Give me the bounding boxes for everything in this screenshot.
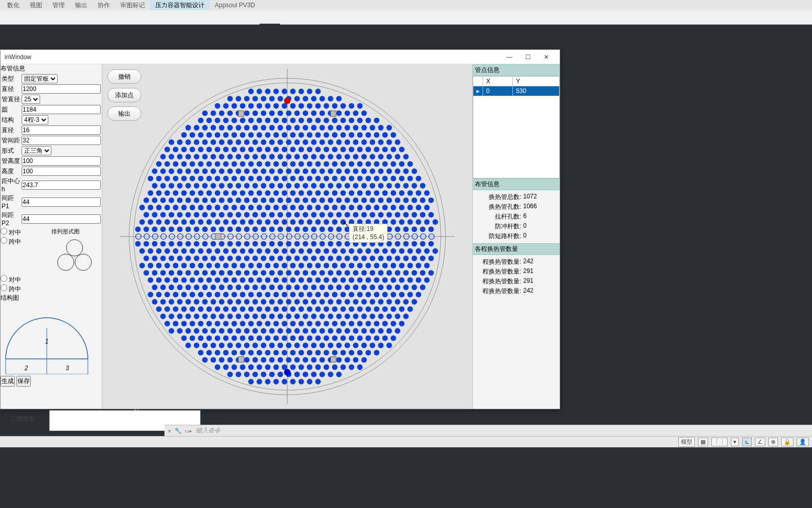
svg-point-322 [374, 176, 379, 182]
radio-a-2[interactable]: 跨中 [1, 238, 21, 245]
svg-point-425 [395, 197, 400, 203]
param-field-1[interactable] [22, 84, 101, 94]
svg-point-1095 [240, 365, 246, 370]
svg-point-895 [273, 306, 279, 312]
dialog-titlebar[interactable]: inWindow — ☐ ✕ [1, 50, 560, 64]
tubesheet-svg[interactable] [102, 64, 472, 409]
svg-point-991 [336, 328, 342, 334]
ribbon-tab[interactable]: 压力容器智能设计 [150, 0, 210, 11]
svg-point-385 [349, 190, 355, 196]
param-field-5[interactable] [22, 125, 101, 135]
generate-button[interactable]: 生成 [1, 376, 15, 387]
viewstyle-label[interactable]: 二维线框 [10, 414, 35, 423]
svg-point-540 [169, 226, 174, 232]
svg-point-813 [403, 284, 409, 290]
point-row-selected[interactable]: ▸ 0 530 [473, 86, 560, 96]
command-bar[interactable]: ✕ 🔧 ▭▸ 键入命令 [164, 425, 812, 436]
close-button[interactable]: ✕ [537, 50, 556, 64]
status-grid-icon[interactable]: ▦ [698, 438, 708, 446]
svg-point-196 [357, 147, 363, 152]
svg-point-14 [273, 88, 279, 94]
param-field-6[interactable] [22, 136, 101, 145]
svg-point-508 [206, 219, 212, 225]
ribbon-tab[interactable]: Appsoul PV3D [210, 1, 260, 10]
addpoint-button[interactable]: 添加点 [107, 88, 141, 102]
svg-point-269 [202, 169, 208, 174]
maximize-button[interactable]: ☐ [519, 50, 537, 64]
status-dots-icon[interactable]: ⋮⋮ [711, 438, 728, 446]
ribbon-tab[interactable]: 管理 [47, 0, 70, 11]
param-field-0[interactable]: 固定管板 [22, 74, 58, 83]
status-ortho-icon[interactable]: ⊾ [742, 438, 752, 446]
param-field-4[interactable]: 4程-3 [22, 115, 48, 124]
svg-point-367 [198, 190, 204, 196]
svg-point-825 [223, 292, 229, 297]
svg-point-349 [328, 183, 334, 189]
svg-point-1037 [286, 342, 291, 348]
svg-point-978 [227, 328, 233, 334]
svg-point-347 [311, 183, 317, 189]
status-snap-icon[interactable]: ⊕ [768, 438, 778, 446]
status-person-icon[interactable]: 👤 [797, 438, 809, 446]
param-field-7[interactable]: 正三角 [22, 146, 51, 155]
svg-point-689 [223, 263, 229, 268]
cmd-close-icon[interactable]: ✕ [168, 427, 171, 434]
status-lock-icon[interactable]: 🔒 [781, 438, 793, 446]
radio-b-1[interactable]: 对中 [1, 276, 21, 283]
svg-point-626 [290, 248, 296, 254]
svg-point-685 [190, 263, 195, 268]
svg-point-238 [206, 161, 212, 167]
status-model[interactable]: 模型 [678, 437, 695, 447]
col-x[interactable]: X [483, 77, 513, 86]
svg-rect-1174 [330, 357, 336, 362]
svg-point-160 [294, 139, 300, 145]
svg-point-697 [290, 263, 296, 268]
svg-point-303 [215, 176, 220, 182]
svg-point-372 [240, 190, 246, 196]
svg-point-693 [256, 263, 262, 268]
param-field-3[interactable] [22, 105, 101, 114]
ribbon-tab[interactable]: 审图标记 [115, 0, 150, 11]
undo-button[interactable]: 撤销 [107, 69, 141, 84]
svg-point-603 [395, 241, 400, 247]
svg-point-270 [211, 169, 216, 174]
svg-point-11 [248, 88, 254, 94]
svg-point-224 [344, 154, 350, 159]
param-field-12[interactable] [22, 214, 101, 224]
minimize-button[interactable]: — [500, 50, 519, 64]
cmd-wrench-icon[interactable]: 🔧 [174, 427, 182, 434]
param-panel[interactable]: 布管信息 类型固定管板直径管直径25圆结构4程-3直径管间距形式正三角管高度高度… [1, 64, 102, 409]
point-table[interactable]: X Y ▸ 0 530 [473, 76, 560, 96]
param-field-10[interactable] [22, 180, 101, 190]
param-field-11[interactable] [22, 197, 101, 207]
param-field-9[interactable] [22, 167, 101, 176]
svg-point-496 [403, 212, 409, 217]
status-angle-icon[interactable]: ∠ [755, 438, 765, 446]
model-space[interactable]: ✕ + inWindow — ☐ ✕ 布管信息 类型固定管板直径管直径25圆结构… [0, 25, 812, 508]
ribbon-tab[interactable]: 视图 [25, 0, 47, 11]
param-field-2[interactable]: 25 [22, 95, 40, 104]
tubesheet-canvas[interactable]: 撤销 添加点 输出 直径:19 (214 , 55.4) ↖ [102, 64, 472, 409]
svg-point-65 [311, 111, 317, 116]
svg-point-828 [248, 292, 254, 297]
save-button[interactable]: 保存 [16, 376, 31, 387]
ribbon-tab[interactable]: 数化 [2, 0, 25, 11]
param-field-8[interactable] [22, 156, 101, 166]
status-dropdown-icon[interactable]: ▾ [731, 438, 739, 446]
radio-b-2[interactable]: 跨中 [1, 285, 21, 293]
svg-point-974 [194, 328, 199, 334]
ribbon-tab[interactable]: 输出 [70, 0, 93, 11]
col-y[interactable]: Y [512, 77, 559, 86]
svg-point-822 [198, 292, 204, 297]
radio-a-1[interactable]: 对中 [1, 229, 21, 236]
svg-point-1056 [248, 350, 254, 355]
svg-point-1073 [211, 357, 216, 363]
svg-point-317 [332, 176, 338, 182]
point-table-empty[interactable] [473, 96, 560, 178]
svg-point-466 [152, 212, 158, 217]
svg-point-1034 [261, 342, 266, 348]
ribbon-tab[interactable]: 协作 [93, 0, 115, 11]
svg-point-982 [261, 328, 266, 334]
export-button[interactable]: 输出 [107, 106, 141, 121]
svg-point-422 [370, 197, 375, 203]
